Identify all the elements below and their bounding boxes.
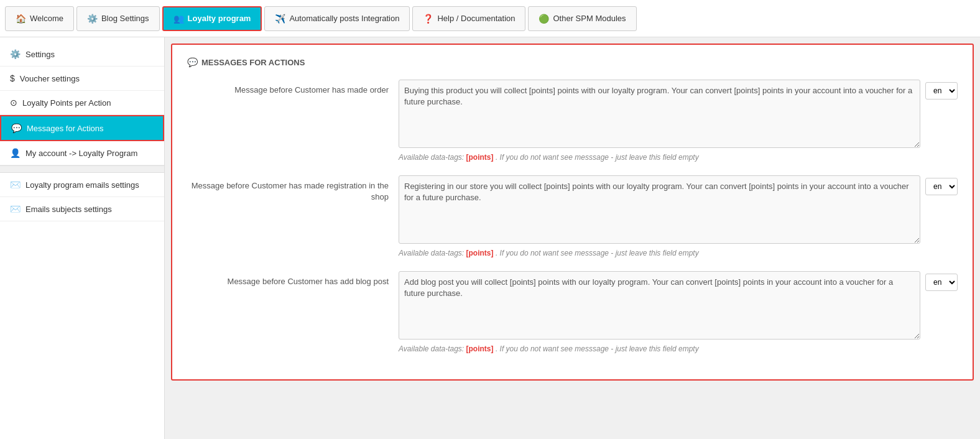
sidebar-item-voucher-label: Voucher settings — [20, 74, 80, 83]
sidebar-item-loyalty-email-label: Loyalty program emails settings — [25, 180, 139, 190]
sidebar-item-settings-label: Settings — [25, 50, 55, 59]
tab-other-spm[interactable]: 🟢 Other SPM Modules — [528, 6, 636, 31]
label-registration: Message before Customer has made registr… — [187, 175, 399, 203]
tags-note-blog-text: Available data-tags: — [399, 344, 464, 353]
envelope-icon: ✉️ — [10, 180, 21, 190]
tab-help-doc-label: Help / Documentation — [437, 14, 515, 23]
envelope2-icon: ✉️ — [10, 204, 21, 214]
settings-icon: ⚙️ — [10, 49, 21, 59]
sidebar-item-email-subjects-label: Emails subjects settings — [25, 205, 112, 214]
sidebar-item-loyalty-points[interactable]: ⊙ Loyalty Points per Action — [0, 91, 164, 115]
sidebar-item-messages-actions-label: Messages for Actions — [27, 124, 104, 133]
gear-icon: ⚙️ — [87, 14, 98, 24]
main-layout: ⚙️ Settings $ Voucher settings ⊙ Loyalty… — [0, 37, 980, 439]
sidebar-item-settings[interactable]: ⚙️ Settings — [0, 42, 164, 67]
tab-blog-settings-label: Blog Settings — [101, 14, 149, 23]
field-wrap-blog: en — [399, 271, 958, 340]
form-row-blog: Message before Customer has add blog pos… — [187, 271, 958, 340]
section-title: 💬 MESSAGES FOR ACTIONS — [187, 57, 958, 67]
sidebar-item-loyalty-points-label: Loyalty Points per Action — [22, 98, 111, 108]
content-panel: 💬 MESSAGES FOR ACTIONS Message before Cu… — [171, 44, 974, 381]
tags-note-registration: Available data-tags: [points] . If you d… — [399, 249, 958, 257]
section-chat-icon: 💬 — [187, 57, 198, 67]
textarea-order[interactable] — [399, 80, 920, 148]
tab-blog-settings[interactable]: ⚙️ Blog Settings — [76, 6, 160, 31]
dollar-icon: $ — [10, 73, 15, 83]
tag-highlight-order: [points] — [466, 153, 494, 162]
tag-highlight-registration: [points] — [466, 249, 494, 257]
sidebar-divider — [0, 165, 164, 173]
content-area: 💬 MESSAGES FOR ACTIONS Message before Cu… — [165, 37, 980, 439]
textarea-registration[interactable] — [399, 175, 920, 244]
tags-rest-registration: . If you do not want see messsage - just… — [496, 249, 699, 257]
lang-dropdown-order[interactable]: en — [925, 82, 958, 99]
tags-note-blog: Available data-tags: [points] . If you d… — [399, 344, 958, 353]
tab-loyalty-program[interactable]: 👥 Loyalty program — [162, 6, 262, 31]
chat-icon: 💬 — [11, 123, 22, 133]
tab-auto-integration-label: Automatically posts Integration — [289, 14, 399, 23]
tab-loyalty-program-label: Loyalty program — [188, 14, 251, 23]
tags-note-registration-text: Available data-tags: — [399, 249, 464, 257]
tag-highlight-blog: [points] — [466, 344, 494, 353]
tags-note-order-text: Available data-tags: — [399, 153, 464, 162]
sidebar-item-my-account[interactable]: 👤 My account -> Loyalty Program — [0, 141, 164, 165]
sidebar-item-email-subjects[interactable]: ✉️ Emails subjects settings — [0, 197, 164, 221]
section-title-text: MESSAGES FOR ACTIONS — [201, 58, 305, 67]
tags-rest-order: . If you do not want see messsage - just… — [496, 153, 699, 162]
tags-rest-blog: . If you do not want see messsage - just… — [496, 344, 699, 353]
green-icon: 🟢 — [539, 14, 549, 24]
user-icon: 👤 — [10, 148, 21, 158]
label-blog: Message before Customer has add blog pos… — [187, 271, 399, 287]
lang-dropdown-blog[interactable]: en — [925, 274, 958, 291]
tab-welcome-label: Welcome — [30, 14, 63, 23]
sidebar: ⚙️ Settings $ Voucher settings ⊙ Loyalty… — [0, 37, 165, 439]
label-order: Message before Customer has made order — [187, 80, 399, 96]
plane-icon: ✈️ — [275, 14, 285, 24]
textarea-blog[interactable] — [399, 271, 920, 340]
top-navigation: 🏠 Welcome ⚙️ Blog Settings 👥 Loyalty pro… — [0, 0, 980, 37]
tab-help-doc[interactable]: ❓ Help / Documentation — [412, 6, 525, 31]
target-icon: ⊙ — [10, 98, 17, 108]
tags-note-order: Available data-tags: [points] . If you d… — [399, 153, 958, 162]
home-icon: 🏠 — [16, 14, 26, 24]
field-wrap-registration: en — [399, 175, 958, 244]
sidebar-item-messages-actions[interactable]: 💬 Messages for Actions — [0, 115, 164, 141]
tab-auto-integration[interactable]: ✈️ Automatically posts Integration — [264, 6, 410, 31]
lang-dropdown-registration[interactable]: en — [925, 178, 958, 195]
question-icon: ❓ — [423, 14, 433, 24]
sidebar-item-voucher[interactable]: $ Voucher settings — [0, 67, 164, 91]
sidebar-item-loyalty-email[interactable]: ✉️ Loyalty program emails settings — [0, 173, 164, 197]
form-row-order: Message before Customer has made order e… — [187, 80, 958, 148]
form-row-registration: Message before Customer has made registr… — [187, 175, 958, 244]
tab-welcome[interactable]: 🏠 Welcome — [5, 6, 74, 31]
tab-other-spm-label: Other SPM Modules — [553, 14, 626, 23]
users-icon: 👥 — [173, 14, 184, 24]
field-wrap-order: en — [399, 80, 958, 148]
sidebar-item-my-account-label: My account -> Loyalty Program — [25, 149, 137, 158]
